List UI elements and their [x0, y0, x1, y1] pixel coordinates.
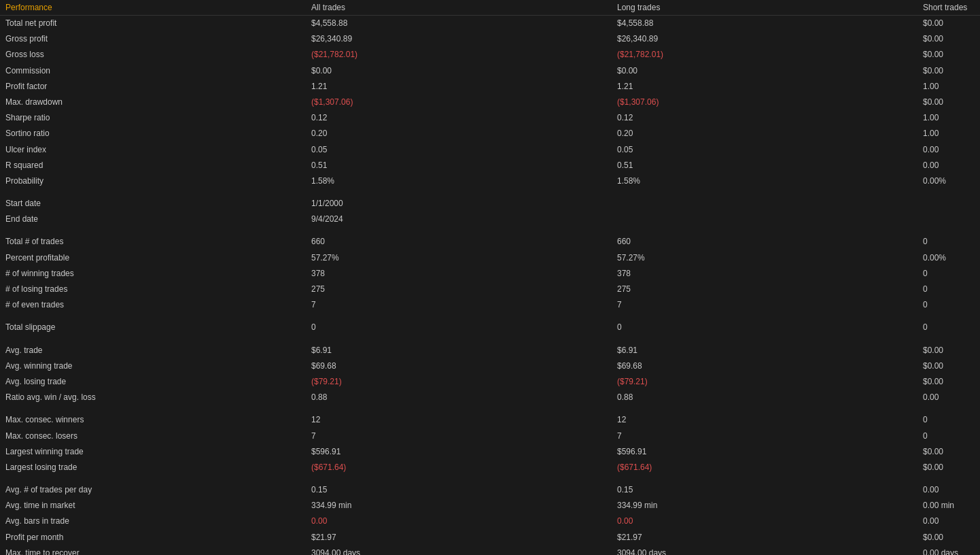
row-all-value: ($671.64) [306, 460, 612, 475]
table-row: # of losing trades2752750 [0, 282, 980, 297]
row-label: Avg. time in market [0, 498, 306, 514]
row-short-value: 0 [917, 234, 980, 250]
row-short-value: $0.00 [917, 358, 980, 374]
row-label: Largest winning trade [0, 444, 306, 460]
table-row: Avg. losing trade($79.21)($79.21)$0.00 [0, 374, 980, 390]
row-long-value: 0.51 [612, 158, 917, 173]
row-short-value: $0.00 [917, 530, 980, 545]
table-row: Largest winning trade$596.91$596.91$0.00 [0, 444, 980, 460]
row-long-value: 0 [612, 320, 917, 335]
row-short-value: $0.00 [917, 95, 980, 110]
performance-table-container: Performance All trades Long trades Short… [0, 0, 980, 555]
row-short-value: 0.00 [917, 142, 980, 158]
row-all-value: 57.27% [306, 250, 612, 266]
row-label: Max. consec. losers [0, 428, 306, 444]
row-long-value: 7 [612, 297, 917, 313]
row-short-value: $0.00 [917, 63, 980, 79]
row-label: Total slippage [0, 320, 306, 335]
row-label: Gross loss [0, 47, 306, 63]
row-short-value: 0 [917, 282, 980, 297]
col-header-all: All trades [306, 0, 612, 16]
table-row: Profit per month$21.97$21.97$0.00 [0, 530, 980, 545]
table-row: # of even trades770 [0, 297, 980, 313]
table-row: Gross loss($21,782.01)($21,782.01)$0.00 [0, 47, 980, 63]
row-long-value: $69.68 [612, 358, 917, 374]
table-row: Start date1/1/2000 [0, 196, 980, 212]
table-row: Sortino ratio0.200.201.00 [0, 126, 980, 141]
table-row: Percent profitable57.27%57.27%0.00% [0, 250, 980, 266]
row-label: Profit per month [0, 530, 306, 545]
row-long-value: $0.00 [612, 63, 917, 79]
row-short-value: 0 [917, 297, 980, 313]
row-label: Ulcer index [0, 142, 306, 158]
row-short-value [917, 212, 980, 227]
table-row: Profit factor1.211.211.00 [0, 79, 980, 95]
row-all-value: $6.91 [306, 343, 612, 358]
table-row: Avg. # of trades per day0.150.150.00 [0, 482, 980, 498]
row-long-value: 378 [612, 266, 917, 282]
row-all-value: 0.88 [306, 390, 612, 405]
row-long-value: 0.05 [612, 142, 917, 158]
row-all-value: $26,340.89 [306, 31, 612, 47]
row-all-value: 1.58% [306, 173, 612, 189]
row-label: Avg. winning trade [0, 358, 306, 374]
row-all-value: 378 [306, 266, 612, 282]
table-row: Total net profit$4,558.88$4,558.88$0.00 [0, 16, 980, 32]
row-long-value: 3094.00 days [612, 545, 917, 555]
table-row: End date9/4/2024 [0, 212, 980, 227]
row-long-value: 7 [612, 428, 917, 444]
table-row [0, 405, 980, 412]
row-label: Commission [0, 63, 306, 79]
row-label: Ratio avg. win / avg. loss [0, 390, 306, 405]
row-long-value: $596.91 [612, 444, 917, 460]
row-short-value: 0 [917, 428, 980, 444]
table-row: Largest losing trade($671.64)($671.64)$0… [0, 460, 980, 475]
table-row: R squared0.510.510.00 [0, 158, 980, 173]
row-short-value: $0.00 [917, 47, 980, 63]
col-header-long: Long trades [612, 0, 917, 16]
table-row [0, 227, 980, 234]
row-long-value: 0.88 [612, 390, 917, 405]
table-row: # of winning trades3783780 [0, 266, 980, 282]
row-short-value: 0.00 min [917, 498, 980, 514]
table-row: Max. drawdown($1,307.06)($1,307.06)$0.00 [0, 95, 980, 110]
row-all-value: $69.68 [306, 358, 612, 374]
row-all-value: ($79.21) [306, 374, 612, 390]
table-row: Avg. trade$6.91$6.91$0.00 [0, 343, 980, 358]
row-all-value: $21.97 [306, 530, 612, 545]
row-short-value: 1.00 [917, 79, 980, 95]
row-all-value: 660 [306, 234, 612, 250]
row-all-value: $596.91 [306, 444, 612, 460]
row-all-value: 1/1/2000 [306, 196, 612, 212]
row-label: Start date [0, 196, 306, 212]
row-label: Total net profit [0, 16, 306, 32]
row-all-value: 0.20 [306, 126, 612, 141]
row-long-value: 57.27% [612, 250, 917, 266]
row-label: Avg. bars in trade [0, 514, 306, 529]
row-label: Sharpe ratio [0, 110, 306, 126]
row-short-value: $0.00 [917, 16, 980, 32]
row-short-value: 0 [917, 320, 980, 335]
row-long-value: 0.12 [612, 110, 917, 126]
col-header-short: Short trades [917, 0, 980, 16]
row-all-value: 3094.00 days [306, 545, 612, 555]
table-body: Total net profit$4,558.88$4,558.88$0.00G… [0, 16, 980, 556]
col-header-performance: Performance [0, 0, 306, 16]
row-label: Percent profitable [0, 250, 306, 266]
row-short-value: 0.00 days [917, 545, 980, 555]
table-row: Avg. winning trade$69.68$69.68$0.00 [0, 358, 980, 374]
row-short-value: $0.00 [917, 343, 980, 358]
row-all-value: 7 [306, 428, 612, 444]
row-all-value: ($21,782.01) [306, 47, 612, 63]
row-short-value: 0.00% [917, 173, 980, 189]
table-row: Commission$0.00$0.00$0.00 [0, 63, 980, 79]
row-short-value: 0.00 [917, 158, 980, 173]
row-long-value: 12 [612, 412, 917, 428]
row-label: # of winning trades [0, 266, 306, 282]
table-row: Sharpe ratio0.120.121.00 [0, 110, 980, 126]
row-long-value: ($79.21) [612, 374, 917, 390]
row-long-value: 334.99 min [612, 498, 917, 514]
row-long-value [612, 212, 917, 227]
row-short-value: 0 [917, 266, 980, 282]
table-row: Probability1.58%1.58%0.00% [0, 173, 980, 189]
